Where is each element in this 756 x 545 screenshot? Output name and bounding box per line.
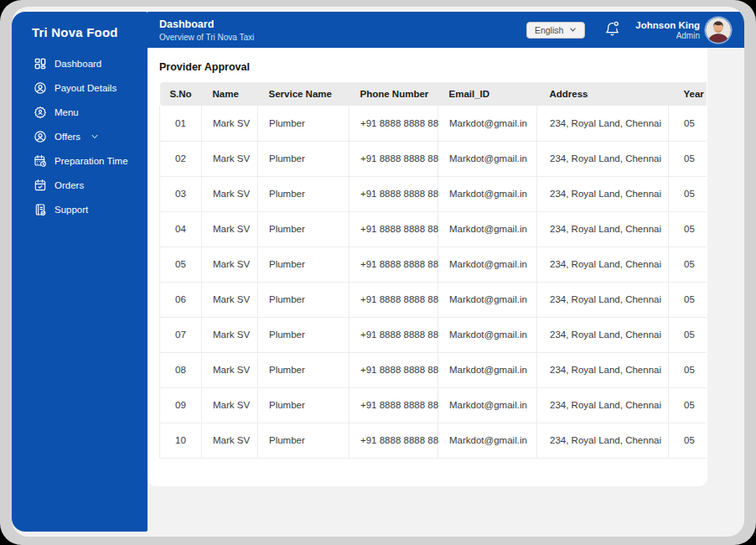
table-cell: +91 8888 8888 88 [350,387,438,423]
provider-approval-table: S.NoNameService NamePhone NumberEmail_ID… [159,82,707,459]
table-row[interactable]: 07Mark SVPlumber+91 8888 8888 88Markdot@… [160,317,707,352]
sidebar-item-menu[interactable]: Menu [12,100,148,124]
offers-icon [34,130,47,143]
sidebar-item-offers[interactable]: Offers [12,124,148,148]
table-cell: Plumber [258,176,350,211]
table-cell: +91 8888 8888 88 [350,282,438,317]
sidebar-item-label: Orders [54,180,84,190]
table-cell: Plumber [258,106,350,141]
table-header-cell: Name [202,82,258,106]
table-cell: 05 [669,247,707,282]
table-cell: 07 [160,317,202,352]
table-cell: 10 [160,423,202,458]
sidebar-item-preparation-time[interactable]: Preparation Time [12,148,148,173]
table-cell: 05 [669,423,707,458]
sidebar-item-support[interactable]: Support [12,197,148,221]
table-body: 01Mark SVPlumber+91 8888 8888 88Markdot@… [160,106,707,458]
page-title: Dashboard [159,18,254,30]
table-cell: 09 [160,387,202,423]
sidebar-item-dashboard[interactable]: Dashboard [12,51,148,75]
table-cell: 05 [669,211,707,247]
table-cell: 03 [160,176,202,211]
table-cell: 05 [669,282,707,317]
table-cell: Mark SV [202,141,258,176]
language-selector-value: English [535,25,563,35]
table-cell: Mark SV [202,176,258,211]
table-cell: 05 [669,106,707,141]
sidebar: Tri Nova Food DashboardPayout DetailsMen… [12,12,148,532]
section-title: Provider Approval [159,61,707,73]
preparation-time-icon [34,154,47,168]
table-cell: +91 8888 8888 88 [350,423,438,458]
table-cell: Plumber [258,317,350,352]
table-cell: Markdot@gmail.in [438,282,537,317]
table-row[interactable]: 08Mark SVPlumber+91 8888 8888 88Markdot@… [160,352,707,387]
table-cell: Plumber [258,387,350,423]
sidebar-item-label: Support [54,205,88,215]
table-cell: Markdot@gmail.in [438,387,537,423]
table-cell: 234, Royal Land, Chennai [537,247,669,282]
table-cell: 234, Royal Land, Chennai [537,282,669,317]
table-cell: Mark SV [202,106,258,141]
page-subtitle: Overview of Tri Nova Taxi [159,33,254,42]
table-cell: 01 [160,106,202,141]
table-cell: 02 [160,141,202,176]
table-cell: 05 [669,317,707,352]
support-icon [34,203,47,216]
table-row[interactable]: 06Mark SVPlumber+91 8888 8888 88Markdot@… [160,282,707,317]
table-cell: 234, Royal Land, Chennai [537,423,669,458]
table-header-cell: Address [537,82,669,106]
sidebar-item-orders[interactable]: Orders [12,173,148,197]
table-row[interactable]: 10Mark SVPlumber+91 8888 8888 88Markdot@… [160,423,707,458]
language-selector[interactable]: English [526,22,585,39]
dashboard-icon [34,57,47,70]
table-cell: Plumber [258,247,350,282]
table-cell: 06 [160,282,202,317]
table-cell: +91 8888 8888 88 [350,141,438,176]
table-cell: Markdot@gmail.in [438,247,537,282]
table-row[interactable]: 04Mark SVPlumber+91 8888 8888 88Markdot@… [160,211,707,247]
app-logo-title: Tri Nova Food [32,25,148,39]
table-cell: Plumber [258,141,350,176]
table-cell: 04 [160,211,202,247]
table-cell: 05 [669,352,707,387]
table-cell: Plumber [258,211,350,247]
notification-bell-button[interactable] [604,20,620,39]
top-header: Dashboard Overview of Tri Nova Taxi Engl… [148,12,744,48]
menu-gear-icon [34,106,47,119]
user-info: Johnson King Admin [635,20,700,40]
table-cell: Mark SV [202,247,258,282]
table-cell: Markdot@gmail.in [438,176,537,211]
table-header-cell: Year of Experience [669,82,707,106]
table-cell: Mark SV [202,317,258,352]
table-cell: Plumber [258,352,350,387]
table-header-row: S.NoNameService NamePhone NumberEmail_ID… [160,82,707,106]
table-cell: Mark SV [202,211,258,247]
table-cell: +91 8888 8888 88 [350,317,438,352]
table-row[interactable]: 09Mark SVPlumber+91 8888 8888 88Markdot@… [160,387,707,423]
table-cell: +91 8888 8888 88 [350,176,438,211]
sidebar-item-payout-details[interactable]: Payout Details [12,75,148,100]
table-header-cell: S.No [160,82,202,106]
sidebar-item-label: Offers [54,132,80,142]
table-row[interactable]: 02Mark SVPlumber+91 8888 8888 88Markdot@… [160,141,707,176]
table-row[interactable]: 05Mark SVPlumber+91 8888 8888 88Markdot@… [160,247,707,282]
sidebar-item-label: Menu [54,107,79,117]
sidebar-nav: DashboardPayout DetailsMenuOffersPrepara… [12,51,148,221]
table-cell: +91 8888 8888 88 [350,106,438,141]
table-cell: Plumber [258,423,350,458]
table-cell: Mark SV [202,282,258,317]
table-cell: 234, Royal Land, Chennai [537,176,669,211]
table-cell: Markdot@gmail.in [438,106,537,141]
chevron-down-icon [88,132,99,141]
table-row[interactable]: 03Mark SVPlumber+91 8888 8888 88Markdot@… [160,176,707,211]
table-cell: 234, Royal Land, Chennai [537,211,669,247]
table-cell: Markdot@gmail.in [438,317,537,352]
app-window: Dashboard Overview of Tri Nova Taxi Engl… [12,7,744,537]
table-cell: 08 [160,352,202,387]
table-row[interactable]: 01Mark SVPlumber+91 8888 8888 88Markdot@… [160,106,707,141]
sidebar-item-label: Preparation Time [54,156,128,166]
avatar[interactable] [706,18,731,43]
table-cell: 05 [160,247,202,282]
table-header-cell: Phone Number [350,82,438,106]
